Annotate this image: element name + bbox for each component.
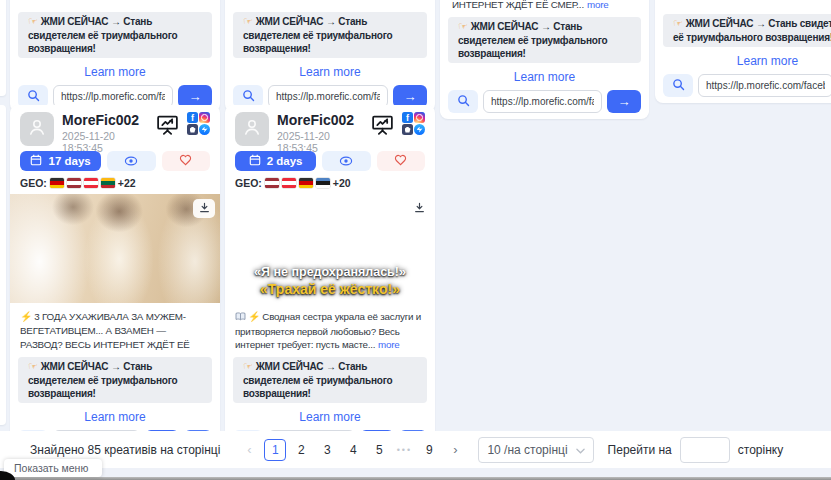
heart-icon [179, 154, 192, 169]
more-link[interactable]: more [587, 0, 609, 10]
pointing-hand-icon: ☞ [673, 17, 683, 30]
pointing-hand-icon: ☞ [458, 20, 468, 33]
bottom-strip [0, 468, 831, 477]
learn-more-link[interactable]: Learn more [225, 65, 435, 78]
flag-lithuania [101, 178, 115, 188]
cta-text: ЖМИ СЕЙЧАС → Стань свидетелем её триумфа… [28, 361, 177, 399]
days-active-badge[interactable]: 2 days [235, 151, 316, 171]
learn-more-link[interactable]: Learn more [440, 70, 649, 83]
geo-row: GEO: +22 [20, 177, 210, 189]
geo-more-count: +20 [333, 177, 351, 189]
download-icon [414, 201, 425, 216]
creative-image[interactable]: «Я не предохранялась!» «Трахай её жёстко… [225, 194, 435, 303]
search-icon [672, 78, 685, 94]
page-button-9[interactable]: 9 [418, 439, 440, 461]
placements-icons [187, 112, 210, 135]
landing-url-input[interactable] [698, 74, 831, 97]
calendar-icon [30, 154, 42, 168]
placements-icons [402, 112, 425, 135]
search-button[interactable] [448, 90, 478, 113]
cta-banner: ☞ЖМИ СЕЙЧАС → Стань свидетелем её триумф… [18, 357, 212, 403]
page-button-2[interactable]: 2 [290, 439, 312, 461]
flag-germany [299, 178, 313, 188]
favorite-button[interactable] [162, 151, 210, 171]
days-label: 17 days [48, 155, 90, 167]
cta-banner: ☞ЖМИ СЕЙЧАС → Стань свидетелем её триумф… [233, 357, 427, 403]
views-button[interactable] [322, 151, 370, 171]
search-icon [457, 94, 470, 110]
download-icon [199, 201, 210, 216]
goto-label-prefix: Перейти на [608, 443, 672, 457]
cta-banner: ☞ЖМИ СЕЙЧАС → Стань свидетелем её триумф… [448, 17, 641, 63]
facebook-icon [187, 112, 198, 123]
pointing-hand-icon: ☞ [28, 15, 38, 28]
pointing-hand-icon: ☞ [243, 360, 253, 373]
next-page-button[interactable]: › [444, 439, 466, 461]
image-overlay-text: «Я не предохранялась!» «Трахай её жёстко… [225, 265, 435, 298]
heart-icon [394, 154, 407, 169]
geo-label: GEO: [235, 177, 262, 189]
flag-austria [282, 178, 296, 188]
geo-more-count: +22 [118, 177, 136, 189]
pointing-hand-icon: ☞ [28, 360, 38, 373]
creative-image[interactable] [10, 194, 220, 303]
pagination-bar: Знайдено 85 креативів на сторінці ‹ 1 2 … [0, 431, 831, 468]
views-button[interactable] [107, 151, 155, 171]
learn-more-link[interactable]: Learn more [10, 65, 220, 78]
instagram-icon [199, 112, 210, 123]
description-text: 3 ГОДА УХАЖИВАЛА ЗА МУЖЕМ-ВЕГЕТАТИВЦЕМ..… [20, 311, 190, 353]
pages-ellipsis[interactable]: ••• [394, 445, 414, 455]
page-button-1[interactable]: 1 [264, 439, 286, 461]
creative-card: MoreFic002 2025-11-20 18:53:45 17 days G… [10, 105, 220, 457]
geo-flags [50, 178, 115, 188]
arrow-right-icon: → [189, 90, 202, 103]
instagram-icon [414, 112, 425, 123]
flag-estonia [316, 178, 330, 188]
cta-text: ЖМИ СЕЙЧАС → Стань свидетелем её триумфа… [243, 361, 392, 399]
landing-url-input[interactable] [483, 90, 602, 113]
more-link[interactable]: more [56, 352, 78, 353]
cropped-card-edge [0, 0, 6, 96]
page-size-select[interactable]: 10 /на сторінці [478, 437, 593, 463]
goto-page-input[interactable] [680, 437, 730, 463]
page-button-3[interactable]: 3 [316, 439, 338, 461]
profile-name: MoreFic002 [62, 112, 155, 128]
badge-row: 17 days [20, 151, 210, 171]
page-button-4[interactable]: 4 [342, 439, 364, 461]
lightning-icon: ⚡ [248, 311, 260, 322]
goto-label-suffix: сторінку [738, 443, 783, 457]
image-download-button[interactable] [193, 199, 215, 218]
creatives-grid-page: ☞ЖМИ СЕЙЧАС → Стань свидетелем её триумф… [0, 0, 831, 480]
geo-label: GEO: [20, 177, 47, 189]
messenger-icon [414, 124, 425, 135]
creative-description: ⚡3 ГОДА УХАЖИВАЛА ЗА МУЖЕМ-ВЕГЕТАТИВЦЕМ.… [20, 310, 210, 353]
creative-description: ⚡Сводная сестра украла её заслуги и прит… [235, 310, 425, 353]
favorite-button[interactable] [377, 151, 425, 171]
cta-text: ЖМИ СЕЙЧАС → Стань свидетелем её триумфа… [673, 18, 831, 43]
profile-name: MoreFic002 [277, 112, 370, 128]
presentation-chart-icon[interactable] [370, 112, 395, 141]
creative-card-partial: ☞ЖМИ СЕЙЧАС → Стань свидетелем её триумф… [10, 0, 220, 112]
presentation-chart-icon[interactable] [155, 112, 180, 141]
arrow-right-icon: → [404, 90, 417, 103]
overlay-line-2: «Трахай её жёстко!» [225, 281, 435, 299]
flag-latvia [265, 178, 279, 188]
show-menu-button[interactable]: Показать меню [4, 459, 102, 477]
cropped-card-edge [0, 105, 6, 425]
days-active-badge[interactable]: 17 days [20, 151, 101, 171]
prev-page-button[interactable]: ‹ [238, 439, 260, 461]
go-arrow-button[interactable]: → [607, 90, 641, 113]
image-download-button[interactable] [408, 199, 430, 218]
more-link[interactable]: more [378, 339, 400, 350]
learn-more-link[interactable]: Learn more [10, 410, 220, 423]
search-button[interactable] [663, 74, 693, 97]
facebook-icon [402, 112, 413, 123]
book-icon [235, 312, 246, 323]
creative-card: MoreFic002 2025-11-20 18:53:45 2 days GE… [225, 105, 435, 457]
learn-more-link[interactable]: Learn more [655, 54, 831, 67]
flag-germany [50, 178, 64, 188]
eye-icon [124, 154, 138, 169]
learn-more-link[interactable]: Learn more [225, 410, 435, 423]
page-button-5[interactable]: 5 [368, 439, 390, 461]
person-icon [27, 117, 47, 141]
